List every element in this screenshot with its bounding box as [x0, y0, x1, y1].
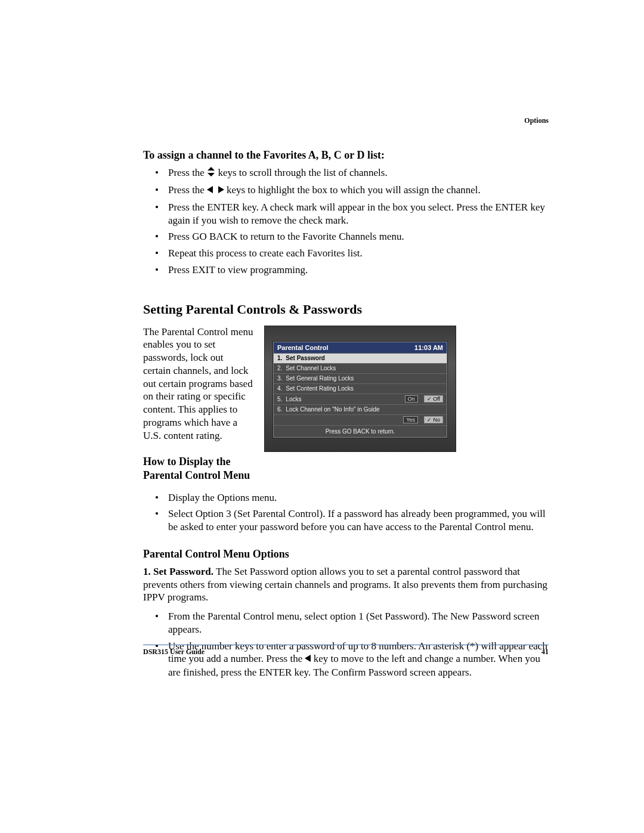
footer-rule — [143, 645, 549, 645]
options-heading: Parental Control Menu Options — [143, 548, 549, 561]
footer-page-number: 41 — [541, 648, 549, 657]
row-label: Set General Rating Locks — [286, 375, 354, 382]
menu-row: 1.Set Password — [274, 353, 447, 363]
parental-intro-row: The Parental Control menu enables you to… — [143, 326, 549, 488]
list-item: Press GO BACK to return to the Favorite … — [155, 230, 549, 243]
opt-text: Off — [433, 396, 440, 402]
options-lead: 1. Set Password. The Set Password option… — [143, 565, 549, 604]
menu-row: Yes✓ No — [274, 414, 447, 425]
row-label: Set Channel Locks — [286, 365, 336, 371]
menu-row: 6.Lock Channel on "No Info" in Guide — [274, 404, 447, 414]
text-block: The Parental Control menu enables you to… — [143, 326, 253, 442]
list-item: Display the Options menu. — [155, 491, 549, 504]
list-item: Press EXIT to view programming. — [155, 264, 549, 277]
opt-text: No — [433, 417, 440, 423]
right-arrow-icon — [218, 184, 224, 197]
parental-menu-figure: Parental Control 11:03 AM 1.Set Password… — [264, 326, 549, 452]
option-yes: Yes — [403, 416, 418, 423]
menu-row: 2.Set Channel Locks — [274, 363, 447, 373]
list-item: Press the ENTER key. A check mark will a… — [155, 201, 549, 227]
text-fragment: Press the — [168, 167, 207, 178]
text-fragment: keys to scroll through the list of chann… — [215, 167, 387, 178]
menu-panel: Parental Control 11:03 AM 1.Set Password… — [273, 342, 447, 438]
text-fragment: keys to highlight the box to which you w… — [224, 184, 481, 196]
parental-title: Setting Parental Controls & Passwords — [143, 302, 549, 317]
list-item: Repeat this process to create each Favor… — [155, 247, 549, 260]
row-num: 2. — [277, 365, 282, 371]
header-section-label: Options — [524, 116, 549, 125]
svg-marker-2 — [207, 186, 213, 193]
row-num: 4. — [277, 385, 282, 392]
row-num: 1. — [277, 355, 282, 361]
row-label: Lock Channel on "No Info" in Guide — [286, 406, 379, 413]
menu-row: 4.Set Content Rating Locks — [274, 383, 447, 394]
menu-row: 5.LocksOn✓ Off — [274, 394, 447, 404]
howto-heading: How to Display the Parental Control Menu — [143, 455, 253, 482]
row-num: 6. — [277, 406, 282, 413]
footer-left: DSR315 User Guide — [143, 648, 205, 657]
svg-marker-0 — [208, 167, 215, 171]
row-label: Locks — [286, 396, 398, 402]
parental-intro-text: The Parental Control menu enables you to… — [143, 326, 253, 488]
page-footer: DSR315 User Guide 41 — [143, 648, 549, 657]
howto-list: Display the Options menu. Select Option … — [155, 491, 549, 534]
left-arrow-icon — [207, 184, 213, 197]
option-no: ✓ No — [424, 416, 443, 423]
favorites-list: Press the keys to scroll through the lis… — [155, 166, 549, 277]
menu-footer: Press GO BACK to return. — [274, 425, 447, 437]
list-item: Use the number keys to enter a password … — [155, 640, 549, 679]
svg-marker-1 — [208, 173, 215, 176]
option-off: ✓ Off — [424, 395, 443, 402]
row-label: Set Content Rating Locks — [286, 385, 353, 392]
text-fragment: Press the — [168, 184, 207, 196]
favorites-heading: To assign a channel to the Favorites A, … — [143, 149, 549, 162]
list-item: Select Option 3 (Set Parental Control). … — [155, 507, 549, 534]
page: Options To assign a channel to the Favor… — [0, 0, 644, 833]
list-item: Press the keys to highlight the box to w… — [155, 184, 549, 197]
list-item: From the Parental Control menu, select o… — [155, 610, 549, 636]
menu-time: 11:03 AM — [414, 344, 443, 351]
row-label: Set Password — [286, 355, 325, 361]
menu-titlebar: Parental Control 11:03 AM — [274, 342, 447, 353]
row-num: 3. — [277, 375, 282, 382]
option-on: On — [405, 395, 418, 402]
tv-screenshot: Parental Control 11:03 AM 1.Set Password… — [264, 326, 456, 452]
menu-title: Parental Control — [277, 344, 329, 351]
list-item: Press the keys to scroll through the lis… — [155, 166, 549, 180]
lead-bold: 1. Set Password. — [143, 566, 213, 577]
up-down-arrow-icon — [207, 167, 215, 180]
menu-row: 3.Set General Rating Locks — [274, 373, 447, 383]
row-num: 5. — [277, 396, 282, 402]
svg-marker-3 — [218, 186, 224, 193]
